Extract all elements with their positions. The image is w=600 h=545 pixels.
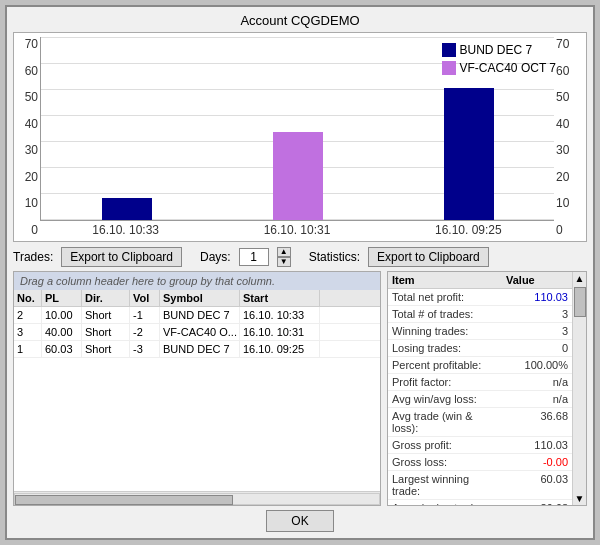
cell-symbol-3: BUND DEC 7: [160, 341, 240, 357]
bar-group-2: [273, 132, 323, 220]
stats-table: Total net profit: 110.03 Total # of trad…: [388, 289, 572, 505]
legend-label-2: VF-CAC40 OCT 7: [460, 61, 556, 75]
stats-row: Total # of trades: 3: [388, 306, 572, 323]
legend-label-1: BUND DEC 7: [460, 43, 533, 57]
cell-symbol-2: VF-CAC40 O...: [160, 324, 240, 340]
stats-item-2: Total # of trades:: [388, 306, 502, 322]
cell-vol-3: -3: [130, 341, 160, 357]
stats-row: Gross loss: -0.00: [388, 454, 572, 471]
stats-panel: Item Value Total net profit: 110.03 Tota…: [387, 271, 587, 506]
y-axis-left: 0 10 20 30 40 50 60 70: [18, 37, 40, 237]
main-window: Account CQGDEMO 0 10 20 30 40 50 60 70: [5, 5, 595, 540]
cell-pl-3: 60.03: [42, 341, 82, 357]
bar-2: [273, 132, 323, 220]
stats-item-4: Losing trades:: [388, 340, 502, 356]
scrollbar-thumb-h[interactable]: [15, 495, 233, 505]
stats-value-header: Value: [502, 272, 572, 288]
col-symbol: Symbol: [160, 290, 240, 306]
spin-up-button[interactable]: ▲: [277, 247, 291, 257]
cell-vol-2: -2: [130, 324, 160, 340]
stats-value-10: -0.00: [502, 454, 572, 470]
x-labels: 16.10. 10:33 16.10. 10:31 16.10. 09:25: [40, 223, 554, 237]
scroll-down-arrow[interactable]: ▼: [574, 492, 586, 505]
stats-value-3: 3: [502, 323, 572, 339]
main-content: Drag a column header here to group by th…: [13, 271, 587, 506]
stats-value-8: 36.68: [502, 408, 572, 436]
cell-symbol-1: BUND DEC 7: [160, 307, 240, 323]
export-stats-button[interactable]: Export to Clipboard: [368, 247, 489, 267]
legend-item-2: VF-CAC40 OCT 7: [442, 61, 556, 75]
stats-row: Losing trades: 0: [388, 340, 572, 357]
ok-button[interactable]: OK: [266, 510, 333, 532]
chart-legend: BUND DEC 7 VF-CAC40 OCT 7: [442, 43, 556, 75]
col-dir: Dir.: [82, 290, 130, 306]
stats-row: Total net profit: 110.03: [388, 289, 572, 306]
cell-pl-2: 40.00: [42, 324, 82, 340]
cell-vol-1: -1: [130, 307, 160, 323]
cell-start-2: 16.10. 10:31: [240, 324, 320, 340]
stats-header: Item Value: [388, 272, 572, 289]
stats-value-7: n/a: [502, 391, 572, 407]
stats-item-header: Item: [388, 272, 502, 288]
stats-value-12: 36.68: [502, 500, 572, 505]
stats-row: Avg winning trade: 36.68: [388, 500, 572, 505]
drag-header: Drag a column header here to group by th…: [14, 272, 380, 290]
days-input[interactable]: [239, 248, 269, 266]
cell-dir-3: Short: [82, 341, 130, 357]
stats-value-9: 110.03: [502, 437, 572, 453]
controls-row: Trades: Export to Clipboard Days: ▲ ▼ St…: [13, 247, 587, 267]
stats-row: Gross profit: 110.03: [388, 437, 572, 454]
table-row[interactable]: 3 40.00 Short -2 VF-CAC40 O... 16.10. 10…: [14, 324, 380, 341]
trades-label: Trades:: [13, 250, 53, 264]
chart-area: 0 10 20 30 40 50 60 70: [13, 32, 587, 242]
col-start: Start: [240, 290, 320, 306]
stats-value-5: 100.00%: [502, 357, 572, 373]
cell-no-2: 3: [14, 324, 42, 340]
legend-item-1: BUND DEC 7: [442, 43, 556, 57]
col-pl: PL: [42, 290, 82, 306]
bar-3: [444, 88, 494, 220]
table-row[interactable]: 1 60.03 Short -3 BUND DEC 7 16.10. 09:25: [14, 341, 380, 358]
export-trades-button[interactable]: Export to Clipboard: [61, 247, 182, 267]
stats-item-10: Gross loss:: [388, 454, 502, 470]
stats-row: Profit factor: n/a: [388, 374, 572, 391]
bar-group-1: [102, 198, 152, 220]
stats-row: Avg trade (win & loss): 36.68: [388, 408, 572, 437]
col-no: No.: [14, 290, 42, 306]
stats-value-2: 3: [502, 306, 572, 322]
scrollbar-track-h: [14, 493, 380, 505]
stats-value-1: 110.03: [502, 289, 572, 305]
legend-box-blue: [442, 43, 456, 57]
horizontal-scrollbar[interactable]: [14, 491, 380, 505]
stats-item-9: Gross profit:: [388, 437, 502, 453]
cell-start-3: 16.10. 09:25: [240, 341, 320, 357]
cell-start-1: 16.10. 10:33: [240, 307, 320, 323]
stats-value-11: 60.03: [502, 471, 572, 499]
stats-item-3: Winning trades:: [388, 323, 502, 339]
scroll-up-arrow[interactable]: ▲: [574, 272, 586, 285]
stats-item-11: Largest winning trade:: [388, 471, 502, 499]
stats-row: Percent profitable: 100.00%: [388, 357, 572, 374]
stats-value-4: 0: [502, 340, 572, 356]
cell-dir-2: Short: [82, 324, 130, 340]
table-row[interactable]: 2 10.00 Short -1 BUND DEC 7 16.10. 10:33: [14, 307, 380, 324]
days-label: Days:: [200, 250, 231, 264]
chart-title: Account CQGDEMO: [13, 13, 587, 28]
stats-item-12: Avg winning trade:: [388, 500, 502, 505]
vertical-scrollbar-stats[interactable]: ▲ ▼: [572, 272, 586, 505]
table-body: 2 10.00 Short -1 BUND DEC 7 16.10. 10:33…: [14, 307, 380, 491]
days-spinner[interactable]: ▲ ▼: [277, 247, 291, 267]
stats-item-1: Total net profit:: [388, 289, 502, 305]
stats-item-8: Avg trade (win & loss):: [388, 408, 502, 436]
stats-item-7: Avg win/avg loss:: [388, 391, 502, 407]
bar-1: [102, 198, 152, 220]
cell-no-3: 1: [14, 341, 42, 357]
stats-row: Winning trades: 3: [388, 323, 572, 340]
col-vol: Vol: [130, 290, 160, 306]
y-axis-right: 0 10 20 30 40 50 60 70: [554, 37, 576, 237]
stats-item-5: Percent profitable:: [388, 357, 502, 373]
scroll-thumb[interactable]: [574, 287, 586, 317]
table-header: No. PL Dir. Vol Symbol Start: [14, 290, 380, 307]
stats-row: Largest winning trade: 60.03: [388, 471, 572, 500]
spin-down-button[interactable]: ▼: [277, 257, 291, 267]
